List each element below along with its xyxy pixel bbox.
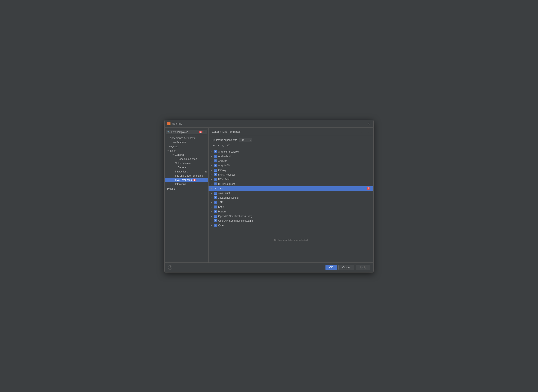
sidebar-item-color-scheme-general[interactable]: General [165,165,208,169]
list-item-http-request[interactable]: ▶✓HTTP Request [209,182,373,186]
inspections-icon: ▣ [205,170,207,173]
checkbox-android-parcelable[interactable]: ✓ [214,150,217,153]
nav-forward-button[interactable]: → [366,130,370,134]
list-item-angular[interactable]: ▶✓Angular [209,159,373,163]
sidebar-item-file-code-templates[interactable]: File and Code Templates [165,174,208,178]
checkbox-java[interactable]: ✓ [214,187,217,190]
item-label-angular: Angular [218,159,370,162]
expand-label: By default expand with [212,139,237,141]
breadcrumb-editor: Editor [212,130,219,133]
apply-button[interactable]: Apply [356,265,370,270]
check-icon: ✓ [215,151,216,153]
expand-arrow-color-scheme: ▼ [172,162,174,164]
list-item-android-xml[interactable]: ▶✓AndroidXML [209,154,373,159]
list-item-javascript-testing[interactable]: ▶✓JavaScript Testing [209,196,373,200]
expand-arrow-openapi-yaml: ▶ [211,220,213,222]
search-box: 🔍 1 ✕ [166,130,207,134]
list-item-jsp[interactable]: ▶✓JSP [209,200,373,205]
sidebar-item-inspections[interactable]: Inspections ▣ [165,169,208,174]
list-item-openapi-yaml[interactable]: ▶✓OpenAPI Specifications (.yaml) [209,219,373,223]
sidebar-item-live-templates[interactable]: Live Templates 2 [165,178,208,182]
checkbox-qute[interactable]: ✓ [214,224,217,227]
sidebar-item-color-scheme[interactable]: ▼ Color Scheme [165,161,208,165]
sidebar-item-keymap[interactable]: Keymap [165,145,208,149]
list-container: ▶✓AndroidParcelable▶✓AndroidXML▶✓Angular… [209,149,373,228]
checkbox-jsp[interactable]: ✓ [214,201,217,204]
sidebar-item-appearance[interactable]: ▼ Appearance & Behavior [165,136,208,140]
check-icon: ✓ [215,224,216,226]
expand-dropdown[interactable]: Tab Enter Space [239,138,252,142]
list-item-groovy[interactable]: ▶✓Groovy [209,168,373,173]
expand-arrow-javascript: ▶ [211,192,213,194]
checkbox-angular[interactable]: ✓ [214,159,217,162]
sidebar-item-intentions[interactable]: Intentions [165,182,208,186]
reset-button[interactable]: ↺ [226,143,231,148]
checkbox-openapi-json[interactable]: ✓ [214,215,217,218]
main-panel: Editor › Live Templates ← → [209,128,373,262]
expand-arrow-maven: ▶ [211,210,213,213]
sidebar-label-color-scheme-general: General [178,166,187,169]
list-item-angularjs[interactable]: ▶✓AngularJS [209,163,373,168]
close-button[interactable]: ✕ [367,121,371,126]
empty-message-area: No live templates are selected [209,228,373,253]
item-label-groovy: Groovy [218,169,370,172]
check-icon: ✓ [215,210,216,213]
checkbox-groovy[interactable]: ✓ [214,169,217,172]
sidebar-label-inspections: Inspections [175,170,188,173]
list-item-maven[interactable]: ▶✓Maven [209,209,373,214]
list-item-openapi-json[interactable]: ▶✓OpenAPI Specifications (.json) [209,214,373,219]
item-label-http-request: HTTP Request [218,182,370,185]
item-label-html-xml: HTML/XML [218,178,370,181]
sidebar-label-color-scheme: Color Scheme [175,162,191,165]
sidebar-item-plugins[interactable]: Plugins [165,187,208,191]
checkbox-javascript[interactable]: ✓ [214,192,217,195]
check-icon: ✓ [215,183,216,185]
list-item-kotlin[interactable]: ▶✓Kotlin [209,205,373,209]
list-item-grpc[interactable]: ▶✓gRPC Request [209,173,373,177]
checkbox-angularjs[interactable]: ✓ [214,164,217,167]
copy-button[interactable]: ⧉ [221,143,225,148]
remove-button[interactable]: − [217,143,220,148]
sidebar-item-editor[interactable]: ▼ Editor [165,149,208,153]
list-item-android-parcelable[interactable]: ▶✓AndroidParcelable [209,149,373,154]
item-label-kotlin: Kotlin [218,205,370,208]
expand-arrow-general: ▼ [172,154,174,156]
add-icon: + [213,144,215,147]
content-area: 🔍 1 ✕ ▼ Appearance & Behavior Notificati… [165,128,373,262]
help-button[interactable]: ? [168,265,172,270]
checkbox-maven[interactable]: ✓ [214,210,217,213]
list-item-html-xml[interactable]: ▶✓HTML/XML [209,177,373,182]
checkbox-kotlin[interactable]: ✓ [214,205,217,208]
check-icon: ✓ [215,169,216,171]
list-item-java[interactable]: ▶✓Java3 [209,186,373,191]
item-label-jsp: JSP [218,201,370,204]
checkbox-grpc[interactable]: ✓ [214,173,217,176]
expand-arrow-android-xml: ▶ [211,155,213,157]
sidebar-item-code-completion[interactable]: Code Completion [165,157,208,161]
ok-button[interactable]: OK [325,265,337,270]
item-label-qute: Qute [218,224,370,227]
search-icon: 🔍 [167,131,170,133]
item-label-javascript: JavaScript [218,192,370,195]
cancel-button[interactable]: Cancel [339,265,354,270]
checkbox-android-xml[interactable]: ✓ [214,155,217,158]
clear-search-button[interactable]: ✕ [204,131,206,134]
item-label-angularjs: AngularJS [218,164,370,167]
check-icon: ✓ [215,192,216,194]
nav-back-button[interactable]: ← [360,130,365,134]
list-item-qute[interactable]: ▶✓Qute [209,223,373,228]
sidebar-item-general[interactable]: ▼ General [165,153,208,157]
remove-icon: − [218,144,219,147]
item-label-android-parcelable: AndroidParcelable [218,150,370,153]
search-input[interactable] [171,131,198,134]
checkbox-http-request[interactable]: ✓ [214,182,217,185]
add-button[interactable]: + [212,143,216,148]
list-item-javascript[interactable]: ▶✓JavaScript [209,191,373,196]
dialog-title: Settings [172,122,182,125]
checkbox-openapi-yaml[interactable]: ✓ [214,219,217,222]
checkbox-javascript-testing[interactable]: ✓ [214,196,217,199]
close-icon: ✕ [367,121,370,126]
checkbox-html-xml[interactable]: ✓ [214,178,217,181]
sidebar-item-notifications[interactable]: Notifications [165,140,208,145]
sidebar-label-intentions: Intentions [175,183,186,186]
